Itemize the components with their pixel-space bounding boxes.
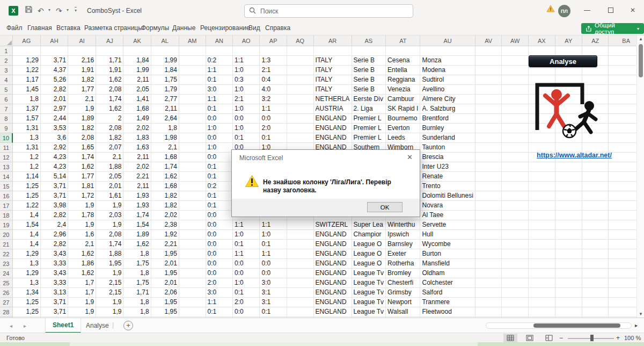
cell[interactable]: ENGLAND (314, 259, 352, 269)
cell[interactable] (179, 172, 206, 182)
row-header-17[interactable]: 17 (0, 201, 13, 211)
cell[interactable] (502, 269, 529, 278)
cell[interactable] (529, 46, 555, 56)
cell[interactable]: Walsall (386, 307, 420, 317)
cell[interactable]: 1,62 (96, 104, 123, 114)
cell[interactable] (529, 240, 555, 249)
cell[interactable]: 1,99 (123, 66, 151, 75)
cell[interactable]: 0:1 (206, 172, 233, 182)
column-header-AI[interactable]: AI (68, 35, 96, 46)
cell[interactable]: Almere City (420, 95, 475, 104)
cell[interactable]: 1,3 (13, 259, 41, 269)
cell[interactable]: 3:2 (260, 95, 287, 104)
cell[interactable]: 1,25 (13, 307, 41, 317)
row-header-22[interactable]: 22 (0, 249, 13, 259)
page-break-view-icon[interactable] (542, 334, 556, 342)
tab-home[interactable]: Главная (27, 24, 52, 32)
cell[interactable]: 1,72 (68, 191, 96, 201)
cell[interactable]: 1,29 (13, 249, 41, 259)
cell[interactable] (475, 259, 502, 269)
redo-dropdown-icon[interactable]: ▾ (67, 8, 69, 12)
cell[interactable]: 1,82 (151, 201, 179, 211)
cell[interactable] (529, 298, 555, 307)
cell[interactable] (179, 240, 206, 249)
cell[interactable]: ENGLAND (314, 269, 352, 278)
vertical-scrollbar-thumb[interactable] (639, 44, 643, 77)
cell[interactable]: 2:1 (260, 66, 287, 75)
cell[interactable] (502, 46, 529, 56)
cell[interactable] (502, 162, 529, 172)
row-header-19[interactable]: 19 (0, 220, 13, 230)
cell[interactable] (179, 249, 206, 259)
cell[interactable] (420, 46, 475, 56)
cell[interactable] (502, 259, 529, 269)
cell[interactable]: 2,08 (68, 133, 96, 143)
cell[interactable]: 1,62 (68, 249, 96, 259)
cell[interactable]: 2,92 (41, 143, 68, 153)
cell[interactable]: ENGLAND (314, 249, 352, 259)
cell[interactable] (475, 307, 502, 317)
cell[interactable] (502, 124, 529, 133)
cell[interactable]: ENGLAND (314, 307, 352, 317)
cell[interactable]: Champior (352, 230, 386, 240)
cell[interactable]: 2,82 (41, 240, 68, 249)
cell[interactable] (555, 46, 582, 56)
cell[interactable] (179, 46, 206, 56)
cell[interactable]: 1,14 (13, 172, 41, 182)
cell[interactable] (529, 191, 555, 201)
cell[interactable]: Serie B (352, 56, 386, 66)
cell[interactable] (123, 46, 151, 56)
cell[interactable]: 1,49 (123, 114, 151, 124)
cell[interactable]: 2,05 (96, 172, 123, 182)
cell[interactable]: 1,89 (123, 230, 151, 240)
cell[interactable]: 0:0 (206, 211, 233, 220)
cell[interactable]: A. Salzburg (420, 104, 475, 114)
cell[interactable] (179, 269, 206, 278)
cell[interactable] (555, 240, 582, 249)
cell[interactable]: 2,01 (151, 259, 179, 269)
cell[interactable] (475, 220, 502, 230)
cell[interactable]: 2,11 (151, 104, 179, 114)
cell[interactable] (233, 46, 260, 56)
cell[interactable]: 1,95 (96, 259, 123, 269)
cell[interactable]: League Tv (352, 269, 386, 278)
cell[interactable] (179, 220, 206, 230)
cell[interactable] (475, 95, 502, 104)
cell[interactable]: 0:1 (206, 191, 233, 201)
cell[interactable] (352, 46, 386, 56)
cell[interactable]: Ipswich (386, 230, 420, 240)
cell[interactable]: 1,8 (123, 307, 151, 317)
cell[interactable]: 2,01 (41, 95, 68, 104)
select-all-corner[interactable] (0, 35, 13, 46)
cell[interactable]: 2,1 (96, 153, 123, 162)
cell[interactable]: 1,9 (96, 307, 123, 317)
cell[interactable]: 4,37 (41, 66, 68, 75)
cell[interactable]: 1,6 (68, 230, 96, 240)
cell[interactable]: 3,71 (41, 307, 68, 317)
cell[interactable]: 1:0 (233, 124, 260, 133)
page-layout-view-icon[interactable] (523, 334, 537, 342)
row-header-15[interactable]: 15 (0, 182, 13, 191)
cell[interactable] (475, 104, 502, 114)
cell[interactable] (287, 259, 314, 269)
cell[interactable] (179, 153, 206, 162)
cell[interactable]: 2,08 (96, 230, 123, 240)
cell[interactable]: League Tv (352, 288, 386, 298)
cell[interactable]: ENGLAND (314, 278, 352, 288)
cell[interactable] (502, 288, 529, 298)
cell[interactable]: 3,13 (41, 288, 68, 298)
row-header-18[interactable]: 18 (0, 211, 13, 220)
restore-button[interactable] (608, 8, 613, 13)
cell[interactable]: Al Taee (420, 211, 475, 220)
cell[interactable]: 1,93 (123, 191, 151, 201)
cell[interactable]: 0:1 (206, 75, 233, 85)
cell[interactable]: 1,9 (96, 269, 123, 278)
cell[interactable] (287, 104, 314, 114)
cell[interactable]: 2,15 (96, 288, 123, 298)
cell[interactable]: ITALY (314, 85, 352, 95)
cell[interactable] (582, 249, 609, 259)
cell[interactable]: ENGLAND (314, 230, 352, 240)
tab-data[interactable]: Данные (172, 24, 195, 32)
cell[interactable]: 1:1 (233, 220, 260, 230)
cell[interactable]: 2,15 (96, 278, 123, 288)
